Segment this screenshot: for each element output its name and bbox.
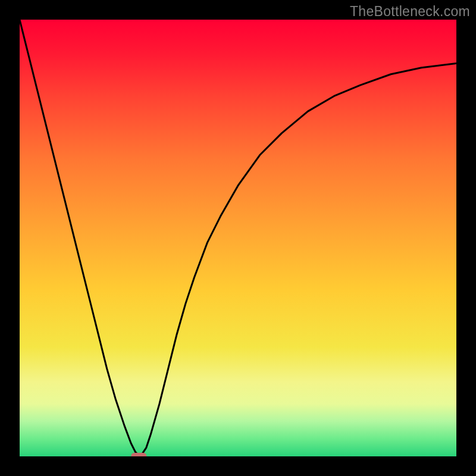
plot-area — [20, 20, 456, 456]
bottleneck-curve — [20, 20, 456, 456]
chart-frame: TheBottleneck.com — [0, 0, 476, 476]
watermark-label: TheBottleneck.com — [350, 4, 470, 20]
